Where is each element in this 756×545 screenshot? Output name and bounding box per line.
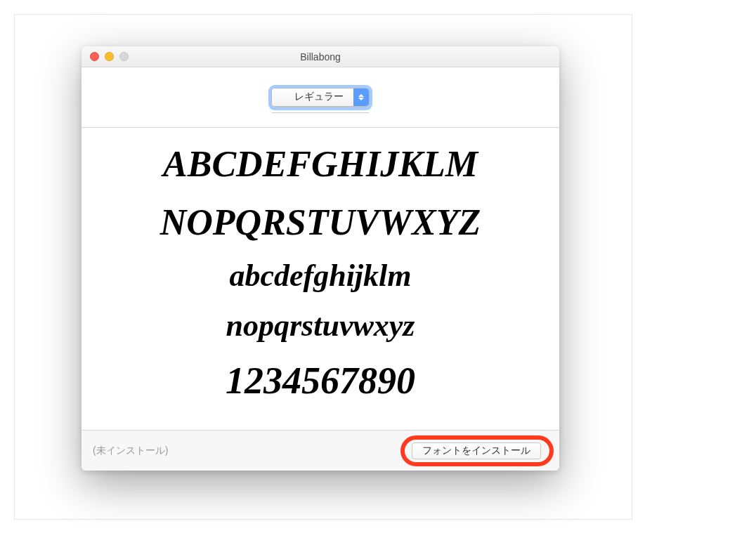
preview-digits: 1234567890 (226, 350, 415, 411)
install-button-label: フォントをインストール (422, 445, 530, 457)
chevron-updown-icon (353, 88, 369, 106)
preview-lowercase-1: abcdefghijklm (229, 251, 411, 301)
preview-uppercase-1: ABCDEFGHIJKLM (163, 135, 478, 193)
traffic-lights (82, 52, 129, 61)
preview-uppercase-2: NOPQRSTUVWXYZ (160, 193, 481, 251)
font-style-select-label: レギュラー (272, 91, 353, 103)
window-footer: (未インストール) フォントをインストール (82, 430, 559, 471)
maximize-icon (119, 52, 129, 61)
font-style-select[interactable]: レギュラー (271, 88, 370, 107)
install-status-text: (未インストール) (93, 445, 168, 457)
screenshot-frame: Billabong レギュラー ABCDEFGHIJKLM NOPQRSTUVW… (14, 14, 632, 520)
install-button-highlight: フォントをインストール (405, 438, 548, 464)
font-preview-area: ABCDEFGHIJKLM NOPQRSTUVWXYZ abcdefghijkl… (82, 128, 559, 430)
minimize-icon[interactable] (105, 52, 114, 61)
toolbar: レギュラー (82, 67, 559, 128)
select-underline (272, 112, 369, 113)
preview-lowercase-2: nopqrstuvwxyz (226, 301, 415, 350)
window-titlebar[interactable]: Billabong (82, 46, 559, 67)
close-icon[interactable] (90, 52, 99, 61)
install-font-button[interactable]: フォントをインストール (412, 442, 541, 459)
window-title: Billabong (82, 51, 559, 63)
font-preview-window: Billabong レギュラー ABCDEFGHIJKLM NOPQRSTUVW… (82, 46, 559, 471)
